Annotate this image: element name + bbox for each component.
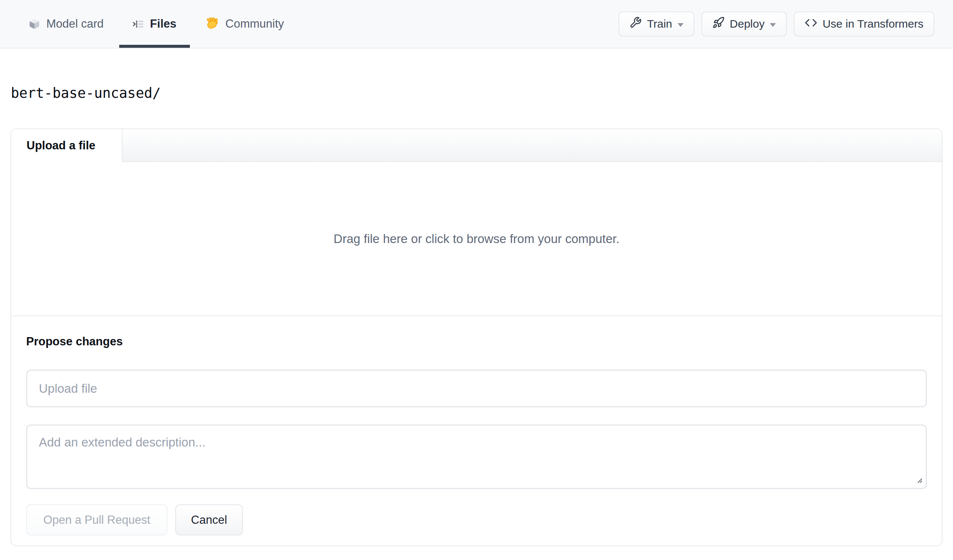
extended-description-textarea[interactable] — [26, 424, 927, 489]
cancel-button[interactable]: Cancel — [175, 504, 243, 535]
wrench-icon — [629, 16, 642, 31]
tab-files[interactable]: Files — [119, 0, 190, 48]
tab-files-label: Files — [150, 17, 176, 31]
code-icon — [805, 16, 817, 32]
propose-changes-section: Propose changes Open a Pull Request Canc… — [11, 316, 942, 545]
deploy-button-label: Deploy — [730, 17, 765, 30]
tabrow-filler — [123, 129, 942, 162]
tab-model-card[interactable]: Model card — [15, 0, 117, 48]
train-button[interactable]: Train — [619, 12, 694, 37]
train-button-label: Train — [647, 17, 672, 30]
tab-model-card-label: Model card — [47, 17, 104, 31]
use-in-transformers-button[interactable]: Use in Transformers — [794, 12, 934, 37]
chevron-down-icon — [770, 23, 776, 27]
open-pull-request-button[interactable]: Open a Pull Request — [26, 504, 168, 535]
file-tree-icon — [133, 18, 144, 30]
use-in-transformers-label: Use in Transformers — [823, 17, 924, 30]
propose-changes-heading: Propose changes — [26, 335, 927, 348]
rocket-icon — [712, 16, 725, 31]
repo-path: bert-base-uncased/ — [11, 85, 942, 102]
tab-upload-a-file[interactable]: Upload a file — [11, 129, 123, 162]
deploy-button[interactable]: Deploy — [702, 12, 787, 37]
propose-actions-row: Open a Pull Request Cancel — [26, 504, 927, 535]
repo-tabs: Model card Files — [15, 0, 298, 48]
cube-icon — [28, 17, 41, 30]
waving-hand-icon — [206, 17, 220, 31]
upload-file-input[interactable] — [26, 370, 927, 407]
repo-action-buttons: Train Deploy Use in Tr — [619, 0, 934, 48]
dropzone-hint-text: Drag file here or click to browse from y… — [334, 232, 619, 246]
repo-header-bar: Model card Files — [0, 0, 953, 48]
file-dropzone[interactable]: Drag file here or click to browse from y… — [11, 162, 942, 316]
upload-card: Upload a file Drag file here or click to… — [11, 128, 942, 546]
tab-upload-a-file-label: Upload a file — [26, 139, 95, 152]
upload-card-tabrow: Upload a file — [11, 129, 942, 162]
tab-community[interactable]: Community — [192, 0, 298, 48]
chevron-down-icon — [678, 23, 683, 27]
tab-community-label: Community — [225, 17, 284, 31]
description-field-wrapper — [26, 424, 927, 489]
